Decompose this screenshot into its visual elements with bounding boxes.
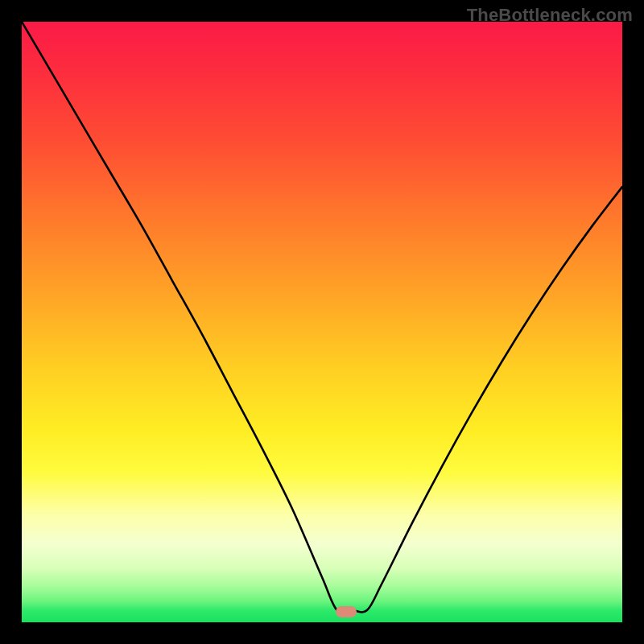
chart-stage: TheBottleneck.com — [0, 0, 644, 644]
min-marker — [336, 606, 357, 617]
bottleneck-curve — [22, 22, 622, 622]
watermark-text: TheBottleneck.com — [467, 5, 633, 26]
plot-area — [22, 22, 622, 622]
